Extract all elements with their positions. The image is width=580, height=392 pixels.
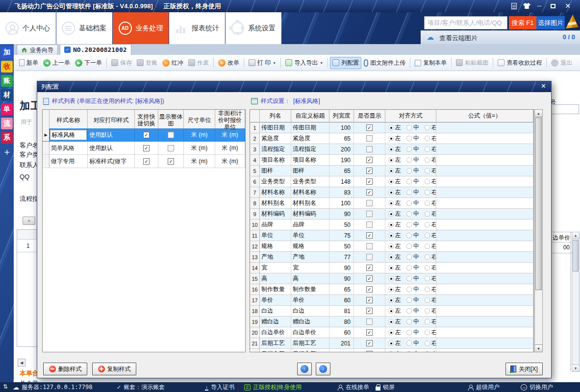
radio-icon[interactable]: [406, 179, 412, 184]
align-option-左[interactable]: 左: [388, 210, 401, 218]
align-option-中[interactable]: 中: [406, 199, 419, 207]
checkbox[interactable]: [366, 318, 373, 325]
align-option-右[interactable]: 右: [425, 145, 436, 153]
sidebar-item-流[interactable]: 流: [1, 118, 13, 129]
quick-switch-cell[interactable]: [135, 155, 158, 168]
checkbox[interactable]: [143, 158, 150, 165]
column-width-cell[interactable]: 75: [329, 230, 354, 241]
move-up-button[interactable]: [297, 363, 312, 375]
align-option-左[interactable]: 左: [388, 274, 401, 283]
toolbar-modify-button[interactable]: ↻改单: [216, 57, 242, 69]
radio-icon[interactable]: [406, 136, 412, 141]
show-cell[interactable]: [354, 252, 385, 263]
align-option-中[interactable]: 中: [406, 231, 419, 240]
style-row[interactable]: ▶标准风格使用默认米 (m)米 (m): [43, 128, 245, 142]
show-cell[interactable]: [354, 338, 385, 349]
checkbox[interactable]: [366, 168, 373, 174]
radio-icon[interactable]: [425, 287, 430, 292]
column-row[interactable]: 6业务类型业务类型148左中右: [250, 176, 533, 187]
formula-cell[interactable]: [436, 220, 533, 230]
checkbox[interactable]: [366, 308, 373, 314]
sidebar-item-＋[interactable]: ＋: [1, 146, 13, 158]
custom-title-cell[interactable]: 材料别名: [291, 198, 329, 209]
formula-cell[interactable]: [436, 230, 533, 241]
align-option-右[interactable]: 右: [425, 188, 436, 196]
skin-icon[interactable]: [521, 1, 532, 10]
column-row[interactable]: 2紧急度紧急度65左中右: [250, 133, 533, 144]
custom-title-cell[interactable]: 材料名称: [291, 187, 329, 198]
custom-title-cell[interactable]: 制作数量: [291, 284, 329, 295]
column-width-cell[interactable]: 50: [329, 220, 354, 230]
whole-image-cell[interactable]: [158, 155, 184, 168]
style-row[interactable]: 做字专用标准样式(做字米 (m)米 (m): [43, 155, 245, 168]
radio-icon[interactable]: [425, 157, 430, 163]
scroll-thumb[interactable]: [573, 240, 579, 271]
radio-icon[interactable]: [406, 157, 412, 163]
align-option-中[interactable]: 中: [406, 188, 419, 196]
show-cell[interactable]: [354, 133, 385, 144]
radio-icon[interactable]: [406, 190, 412, 195]
close-dialog-button[interactable]: 关闭[X]: [505, 363, 543, 375]
column-width-cell[interactable]: 148: [329, 176, 354, 187]
style-name-cell[interactable]: 做字专用: [50, 155, 88, 168]
custom-title-cell[interactable]: 后期金额: [291, 349, 329, 352]
table-scrollbar[interactable]: ▲ ▼: [534, 109, 543, 352]
checkbox[interactable]: [366, 146, 373, 152]
checkbox[interactable]: [366, 265, 373, 271]
column-width-cell[interactable]: 60: [329, 295, 354, 306]
formula-cell[interactable]: [436, 338, 533, 349]
column-width-cell[interactable]: 201: [329, 338, 354, 349]
align-option-右[interactable]: 右: [425, 253, 436, 261]
show-cell[interactable]: [354, 187, 385, 198]
style-settings-value[interactable]: [标准风格]: [293, 97, 320, 105]
column-width-cell[interactable]: 90: [329, 209, 354, 220]
radio-icon[interactable]: [388, 179, 394, 184]
formula-cell[interactable]: [436, 273, 533, 284]
align-option-右[interactable]: 右: [425, 296, 436, 304]
column-width-cell[interactable]: 77: [329, 252, 354, 263]
nav-tab-business-processing[interactable]: AD 业务处理: [113, 12, 169, 44]
align-option-右[interactable]: 右: [425, 210, 436, 218]
checkbox[interactable]: [168, 132, 174, 138]
show-cell[interactable]: [354, 349, 385, 352]
nav-tab-personal-center[interactable]: 个人中心: [0, 12, 56, 44]
radio-icon[interactable]: [425, 244, 430, 249]
radio-icon[interactable]: [406, 244, 412, 249]
radio-icon[interactable]: [388, 330, 394, 335]
custom-title-cell[interactable]: 项目名称: [291, 155, 329, 166]
sidebar-item-账[interactable]: 账: [1, 75, 13, 87]
align-option-中[interactable]: 中: [406, 123, 419, 132]
align-option-中[interactable]: 中: [406, 145, 419, 153]
align-option-右[interactable]: 右: [425, 242, 436, 250]
quick-switch-cell[interactable]: [135, 142, 158, 155]
radio-icon[interactable]: [425, 330, 430, 335]
tab-order-number[interactable]: ✓ NO.20200821002: [60, 44, 131, 55]
scroll-down-icon[interactable]: ▼: [572, 365, 579, 371]
size-unit-cell[interactable]: 米 (m): [184, 128, 215, 142]
column-row[interactable]: 20白边单价白边单价60左中右: [250, 327, 533, 338]
align-option-左[interactable]: 左: [388, 156, 401, 164]
formula-cell[interactable]: [436, 176, 533, 187]
radio-icon[interactable]: [388, 297, 394, 303]
column-width-cell[interactable]: 200: [329, 144, 354, 155]
radio-icon[interactable]: [425, 276, 430, 281]
column-row[interactable]: 3流程指定流程指定200左中右: [250, 144, 533, 155]
checkbox[interactable]: [366, 286, 373, 293]
align-option-中[interactable]: 中: [406, 167, 419, 175]
align-option-左[interactable]: 左: [388, 231, 401, 240]
align-option-中[interactable]: 中: [406, 242, 419, 250]
whole-image-cell[interactable]: [158, 128, 184, 142]
column-row[interactable]: 12规格规格50左中右: [250, 241, 533, 252]
column-row[interactable]: 19赠白边赠白边80左中右: [250, 317, 533, 327]
column-width-cell[interactable]: 65: [329, 133, 354, 144]
column-row[interactable]: 8材料别名材料别名100左中右: [250, 198, 533, 209]
column-width-cell[interactable]: 100: [329, 122, 354, 133]
align-option-左[interactable]: 左: [388, 307, 401, 315]
status-lock-screen[interactable]: 锁屏: [376, 383, 395, 392]
align-option-左[interactable]: 左: [388, 145, 401, 153]
align-option-左[interactable]: 左: [388, 264, 401, 272]
align-option-左[interactable]: 左: [388, 328, 401, 337]
column-width-cell[interactable]: 100: [329, 198, 354, 209]
checkbox[interactable]: [366, 275, 373, 282]
column-row[interactable]: 14宽宽90左中右: [250, 263, 533, 273]
